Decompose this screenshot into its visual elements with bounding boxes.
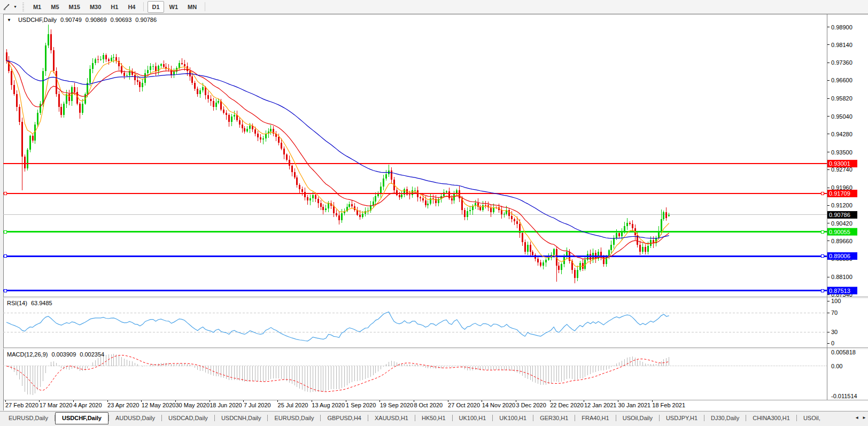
chart-tab-dj30-daily[interactable]: DJ30,Daily xyxy=(704,412,746,424)
price-badge-value: 0.89006 xyxy=(829,253,850,259)
date-axis-label: 22 Dec 2020 xyxy=(550,402,583,408)
chart-canvas[interactable]: 0.989000.981400.973600.966000.958200.950… xyxy=(0,14,868,411)
hline-handle[interactable] xyxy=(4,192,7,195)
price-badge-value: 0.90055 xyxy=(829,229,850,235)
price-badge-value: 0.93001 xyxy=(829,160,850,167)
macd-axis-label: -0.011514 xyxy=(831,393,857,399)
date-axis-label: 12 Jan 2021 xyxy=(584,402,617,408)
date-axis-label: 7 Jul 2020 xyxy=(244,402,271,408)
price-axis-label: 0.98900 xyxy=(831,24,852,30)
date-axis-label: 18 Feb 2021 xyxy=(652,402,685,408)
rsi-axis-label: 70 xyxy=(831,309,838,316)
date-axis-label: 14 Nov 2020 xyxy=(482,402,515,408)
date-axis-label: 19 Sep 2020 xyxy=(380,402,413,408)
chart-tab-usoil-daily[interactable]: USOil,Daily xyxy=(616,412,659,424)
chart-tab-ger30-h1[interactable]: GER30,H1 xyxy=(533,412,575,424)
quote-high: 0.90869 xyxy=(86,17,107,23)
chart-tab-eurusd-daily[interactable]: EURUSD,Daily xyxy=(2,412,55,424)
hline-handle[interactable] xyxy=(4,289,7,292)
chart-tab-audusd-daily[interactable]: AUDUSD,Daily xyxy=(109,412,161,424)
chart-symbol: USDCHF,Daily xyxy=(18,17,57,23)
price-axis-label: 0.96600 xyxy=(831,77,852,83)
macd-axis-label: 0.005818 xyxy=(831,349,856,355)
price-axis-label: 0.90420 xyxy=(831,220,852,227)
chart-tab-fra40-h1[interactable]: FRA40,H1 xyxy=(575,412,615,424)
chart-tab-usdjpy-h1[interactable]: USDJPY,H1 xyxy=(660,412,704,424)
rsi-axis-label: 0 xyxy=(831,340,834,346)
chart-tab-xauusd-h1[interactable]: XAUUSD,H1 xyxy=(368,412,415,424)
date-axis-label: 4 Apr 2020 xyxy=(73,402,102,408)
hline-handle[interactable] xyxy=(4,255,7,258)
rsi-axis-label: 30 xyxy=(831,329,838,335)
date-axis-label: 23 Apr 2020 xyxy=(107,402,139,408)
tab-scroll-left-icon[interactable]: ◄ xyxy=(855,415,859,421)
macd-name: MACD(12,26,9) xyxy=(7,351,48,358)
price-axis-label: 0.88100 xyxy=(831,274,852,280)
chart-tab-china300-h1[interactable]: CHINA300,H1 xyxy=(746,412,796,424)
chart-tab-usdcad-daily[interactable]: USDCAD,Daily xyxy=(162,412,214,424)
rsi-value: 63.9485 xyxy=(31,300,52,306)
chart-tab-gbpusd-h4[interactable]: GBPUSD,H4 xyxy=(321,412,368,424)
chart-tab-eurusd-daily[interactable]: EURUSD,Daily xyxy=(268,412,320,424)
price-axis-label: 0.89660 xyxy=(831,238,852,244)
price-axis-label: 0.92740 xyxy=(831,166,852,173)
date-axis-label: 3 Dec 2020 xyxy=(516,402,546,408)
price-axis-label: 0.94280 xyxy=(831,131,852,137)
quote-open: 0.90749 xyxy=(60,17,82,23)
hline-handle[interactable] xyxy=(821,255,824,258)
date-axis-label: 18 Jun 2020 xyxy=(210,402,242,408)
date-axis-label: 30 Jan 2021 xyxy=(618,402,651,408)
date-axis-label: 12 May 2020 xyxy=(142,402,176,408)
chart-tab-uk100-h1[interactable]: UK100,H1 xyxy=(453,412,493,424)
date-axis-label: 17 Mar 2020 xyxy=(40,402,73,408)
hline-handle[interactable] xyxy=(821,192,824,195)
price-axis-label: 0.98140 xyxy=(831,42,852,48)
chart-tab-usoil-[interactable]: USOil, xyxy=(797,412,827,424)
chart-window: 0.989000.981400.973600.966000.958200.950… xyxy=(0,0,868,426)
chart-tab-bar: EURUSD,DailyUSDCHF,DailyAUDUSD,DailyUSDC… xyxy=(0,411,868,426)
date-axis-label: 30 May 2020 xyxy=(176,402,210,408)
price-badge-value: 0.90786 xyxy=(829,212,850,218)
rsi-name: RSI(14) xyxy=(7,300,27,306)
rsi-axis-label: 100 xyxy=(831,298,841,304)
macd-axis-label: 0.00 xyxy=(831,363,842,369)
hline-handle[interactable] xyxy=(821,289,824,292)
chart-title: ▼ USDCHF,Daily 0.90749 0.90869 0.90693 0… xyxy=(7,17,157,23)
chart-tab-usdchf-daily[interactable]: USDCHF,Daily xyxy=(55,412,108,424)
quote-close: 0.90786 xyxy=(135,17,157,23)
chart-tab-usdcnh-daily[interactable]: USDCNH,Daily xyxy=(215,412,268,424)
date-axis-label: 1 Sep 2020 xyxy=(346,402,376,408)
price-axis-label: 0.97360 xyxy=(831,59,852,66)
macd-signal-value: 0.002354 xyxy=(80,351,104,358)
tab-scroll-right-icon[interactable]: ► xyxy=(862,415,866,421)
price-axis-label: 0.95040 xyxy=(831,113,852,120)
price-badge-value: 0.91709 xyxy=(829,190,850,197)
date-axis-label: 13 Aug 2020 xyxy=(312,402,345,408)
chart-tab-hk50-h1[interactable]: HK50,H1 xyxy=(415,412,452,424)
price-axis-label: 0.91200 xyxy=(831,202,852,208)
date-axis-label: 27 Oct 2020 xyxy=(448,402,480,408)
chart-tab-uk100-h1[interactable]: UK100,H1 xyxy=(493,412,533,424)
hline-handle[interactable] xyxy=(821,230,824,233)
macd-indicator-label: MACD(12,26,9) 0.003909 0.002354 xyxy=(7,351,104,358)
quote-low: 0.90693 xyxy=(111,17,132,23)
date-axis-label: 25 Jul 2020 xyxy=(278,402,308,408)
rsi-indicator-label: RSI(14) 63.9485 xyxy=(7,300,52,306)
symbol-dropdown-icon[interactable]: ▼ xyxy=(7,18,11,22)
price-axis-label: 0.93500 xyxy=(831,149,852,156)
hline-handle[interactable] xyxy=(4,230,7,233)
price-badge-value: 0.87513 xyxy=(829,288,850,294)
macd-main-value: 0.003909 xyxy=(51,351,76,358)
date-axis-label: 27 Feb 2020 xyxy=(5,402,38,408)
price-axis-label: 0.95820 xyxy=(831,95,852,102)
date-axis-label: 8 Oct 2020 xyxy=(414,402,443,408)
